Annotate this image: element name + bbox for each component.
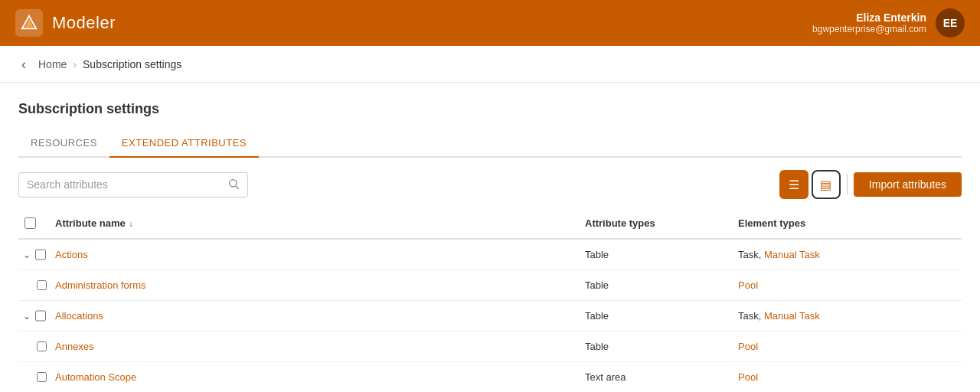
row-checkbox-cell: ⌄ xyxy=(18,310,49,322)
expand-button[interactable]: ⌄ xyxy=(21,310,32,322)
table-row: Automation Scope Text area Pool xyxy=(18,362,962,392)
row-checkbox-cell xyxy=(18,279,49,291)
attributes-table: Attribute name ↓ Attribute types Element… xyxy=(18,208,962,392)
toolbar-divider xyxy=(847,174,848,195)
table-row: ⌄ Allocations Table Task, Manual Task xyxy=(18,301,962,332)
tab-extended-attributes[interactable]: EXTENDED ATTRIBUTES xyxy=(109,129,259,158)
attribute-type-cell: Table xyxy=(579,304,732,328)
app-header: Modeler Eliza Enterkin bgwpenterprise@gm… xyxy=(0,0,980,46)
breadcrumb-current: Subscription settings xyxy=(83,58,181,70)
attribute-type-cell: Text area xyxy=(579,365,732,389)
breadcrumb-bar: ‹ Home › Subscription settings xyxy=(0,46,980,83)
attribute-name-cell[interactable]: Annexes xyxy=(49,335,579,358)
page-title: Subscription settings xyxy=(18,101,962,117)
row-checkbox[interactable] xyxy=(35,249,46,260)
table-row: Annexes Table Pool xyxy=(18,332,962,362)
attribute-name-cell[interactable]: Actions xyxy=(49,243,579,266)
card-view-button-wrapper: ▤ xyxy=(812,170,841,199)
list-icon: ☰ xyxy=(789,178,799,192)
svg-point-2 xyxy=(230,179,237,186)
table-header: Attribute name ↓ Attribute types Element… xyxy=(18,208,962,240)
col-header-element-types: Element types xyxy=(732,214,962,232)
expand-button[interactable]: ⌄ xyxy=(21,249,32,261)
col-header-attribute-name: Attribute name ↓ xyxy=(49,214,579,232)
svg-line-3 xyxy=(236,186,239,189)
back-button[interactable]: ‹ xyxy=(15,54,32,74)
row-checkbox[interactable] xyxy=(37,341,47,352)
table-row: Administration forms Table Pool xyxy=(18,270,962,301)
user-email: bgwpenterprise@gmail.com xyxy=(812,24,926,34)
tab-bar: RESOURCES EXTENDED ATTRIBUTES xyxy=(18,129,962,158)
list-view-button[interactable]: ☰ xyxy=(779,170,808,199)
attribute-type-cell: Table xyxy=(579,273,732,297)
card-view-button[interactable]: ▤ xyxy=(814,172,838,197)
attribute-type-cell: Table xyxy=(579,243,732,266)
col-header-attribute-types: Attribute types xyxy=(579,214,732,232)
table-row: ⌄ Actions Table Task, Manual Task xyxy=(18,240,962,270)
row-checkbox[interactable] xyxy=(35,310,46,322)
attribute-name-cell[interactable]: Allocations xyxy=(49,304,579,328)
card-icon: ▤ xyxy=(820,178,831,192)
element-type-cell: Pool xyxy=(732,273,962,297)
tab-resources[interactable]: RESOURCES xyxy=(18,129,109,158)
row-checkbox-cell xyxy=(18,371,49,383)
toolbar: ☰ ▤ Import attributes xyxy=(18,158,962,208)
import-attributes-button[interactable]: Import attributes xyxy=(854,172,962,197)
user-name: Eliza Enterkin xyxy=(812,11,926,24)
breadcrumb-separator: › xyxy=(73,58,77,70)
header-left: Modeler xyxy=(15,9,116,37)
col-header-checkbox xyxy=(18,214,49,232)
header-right: Eliza Enterkin bgwpenterprise@gmail.com … xyxy=(812,8,965,38)
element-type-cell: Pool xyxy=(732,365,962,389)
user-info: Eliza Enterkin bgwpenterprise@gmail.com xyxy=(812,11,926,34)
sort-icon[interactable]: ↓ xyxy=(129,218,133,229)
row-checkbox[interactable] xyxy=(37,279,47,291)
search-input[interactable] xyxy=(27,178,227,191)
main-content: Subscription settings RESOURCES EXTENDED… xyxy=(0,83,980,392)
row-checkbox-cell: ⌄ xyxy=(18,249,49,261)
attribute-name-cell[interactable]: Automation Scope xyxy=(49,365,579,389)
row-checkbox[interactable] xyxy=(37,371,47,383)
attribute-type-cell: Table xyxy=(579,335,732,358)
user-avatar[interactable]: EE xyxy=(936,8,965,38)
breadcrumb-home[interactable]: Home xyxy=(38,58,67,70)
row-checkbox-cell xyxy=(18,341,49,352)
element-type-cell: Pool xyxy=(732,335,962,358)
search-icon[interactable] xyxy=(227,178,240,192)
element-type-cell: Task, Manual Task xyxy=(732,243,962,266)
element-type-cell: Task, Manual Task xyxy=(732,304,962,328)
attribute-name-cell[interactable]: Administration forms xyxy=(49,273,579,297)
select-all-checkbox[interactable] xyxy=(24,217,36,229)
toolbar-right: ☰ ▤ Import attributes xyxy=(779,170,962,199)
search-box[interactable] xyxy=(18,172,248,198)
app-name: Modeler xyxy=(52,13,116,33)
logo-icon xyxy=(15,9,43,37)
